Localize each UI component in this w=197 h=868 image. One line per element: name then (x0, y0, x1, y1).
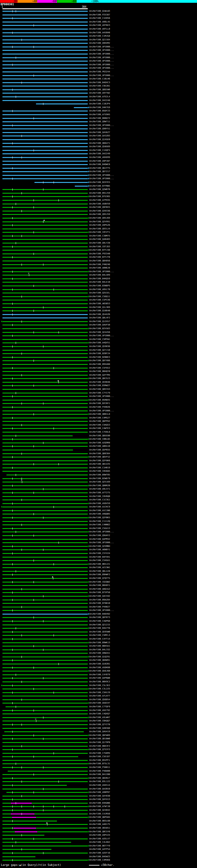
hit-line[interactable] (2, 549, 88, 550)
hit-line[interactable] (2, 96, 88, 97)
hit-label[interactable]: UniRef100_B2XYE5 (89, 181, 110, 184)
hit-label[interactable]: UniRef100_B4DV0Z (89, 613, 110, 616)
hit-line[interactable] (2, 168, 88, 169)
hit-label[interactable]: UniRef100_Q1Q291 (89, 655, 110, 658)
hit-label[interactable]: UniRef100_B75P58 (89, 591, 110, 594)
hit-label[interactable]: UniRef100_Q4U419 (89, 731, 110, 733)
hit-label[interactable]: UniRef100_UPI000... (89, 45, 114, 48)
hit-row[interactable]: ▲UniRef100_A4D175 (0, 823, 197, 826)
hit-line[interactable] (2, 699, 88, 700)
hit-line[interactable] (8, 771, 88, 772)
hit-line[interactable] (2, 510, 88, 511)
hit-label[interactable]: UniRef100_B8BQ72 (89, 117, 110, 120)
hit-row[interactable]: UniRef100_Q4U419 (0, 730, 197, 734)
hit-line[interactable] (2, 79, 88, 80)
hit-label[interactable]: UniRef100_Q40403 (89, 238, 110, 241)
hit-label[interactable]: UniRef100_Q2V991 (89, 220, 110, 223)
hit-row[interactable]: UniRef100_B4DV0Z (0, 613, 197, 616)
hit-line[interactable] (2, 346, 88, 347)
hit-row[interactable]: ▲UniRef100_Q2V991 (0, 220, 197, 223)
hit-row[interactable]: UniRef100_Q2W076 (0, 188, 197, 191)
hit-label[interactable]: UniRef100_Q24456 (89, 331, 110, 334)
hit-line[interactable] (2, 663, 88, 664)
hit-label[interactable]: UniRef100_P93340 (89, 252, 110, 255)
hit-row[interactable]: UniRef100_C1C3G1 (0, 498, 197, 502)
hit-line[interactable] (2, 667, 88, 668)
hit-row[interactable]: UniRef100_Q931J4 (0, 227, 197, 230)
hit-line[interactable] (6, 474, 88, 475)
hit-line[interactable] (2, 121, 88, 122)
hit-row[interactable]: UniRef100_B9SU88 (0, 363, 197, 366)
hit-row[interactable]: UniRef100_Q21215 (0, 623, 197, 627)
hit-line[interactable] (2, 464, 88, 465)
hit-row[interactable]: UniRef100_C4YT14 (0, 638, 197, 641)
hit-label[interactable]: UniRef100_A7PH35 (89, 199, 110, 202)
hit-line[interactable] (2, 681, 88, 682)
hit-label[interactable]: UniRef100_B5VPF1 (89, 759, 110, 762)
hit-row[interactable]: UniRef100_C8V6Q0 (0, 495, 197, 498)
hit-label[interactable]: UniRef100_Q4PM32 (89, 538, 110, 541)
hit-line[interactable] (2, 489, 88, 490)
hit-row[interactable]: UniRef100_B65J21 (0, 563, 197, 566)
hit-label[interactable]: UniRef100_A9VLT8 (89, 288, 110, 291)
hit-label[interactable]: UniRef100_C4M4K6 (89, 859, 110, 862)
hit-line[interactable] (2, 239, 88, 240)
hit-label[interactable]: UniRef100_C4YT14 (89, 638, 110, 641)
hit-line[interactable] (2, 738, 88, 739)
hit-label[interactable]: UniRef100_P49026 (89, 406, 110, 409)
hit-line[interactable] (2, 246, 88, 247)
hit-row[interactable]: ▽UniRef100_C6KQQ7 (0, 719, 197, 723)
hit-label[interactable]: UniRef100_A96L45 (89, 21, 110, 23)
hit-label[interactable]: UniRef100_C4Y6T9 (89, 673, 110, 676)
hit-line[interactable] (2, 610, 88, 611)
hit-label[interactable]: UniRef100_Q39336 (89, 210, 110, 213)
hit-row[interactable]: UniRef100_C1BLH6 (0, 77, 197, 81)
hit-line[interactable] (2, 763, 88, 764)
hit-label[interactable]: UniRef100_A7E2L4 (89, 95, 110, 98)
hit-line[interactable] (2, 228, 88, 229)
hit-row[interactable]: UniRef100_Q59036 (0, 345, 197, 348)
hit-row[interactable]: UniRef100_Q9FBV5 (0, 206, 197, 209)
hit-label[interactable]: UniRef100_B6K5U1 (89, 645, 110, 648)
hit-label[interactable]: UniRef100_Q595W0 (89, 630, 110, 633)
hit-label[interactable]: UniRef100_C7E0L6 (89, 431, 110, 434)
hit-label[interactable]: UniRef100_C5MTW1 (89, 338, 110, 341)
hit-label[interactable]: UniRef100_B9WK13 (89, 641, 110, 644)
hit-line[interactable] (2, 61, 88, 62)
hit-label[interactable]: UniRef100_Q59046 (89, 381, 110, 384)
hit-row[interactable]: UniRef100_UPI000... (0, 541, 197, 545)
hit-line[interactable] (2, 649, 88, 650)
hit-label[interactable]: UniRef100_C1MJG8 (89, 35, 110, 37)
hit-label[interactable]: UniRef100_Q9W711 (89, 120, 110, 123)
hit-label[interactable]: UniRef100_Q4Z0I8 (89, 787, 110, 790)
hit-row[interactable]: UniRef100_Q6FW89 (0, 734, 197, 737)
hit-label[interactable]: UniRef100_Q54XZ6 (89, 313, 110, 316)
hit-line[interactable] (2, 204, 88, 205)
hit-line[interactable] (2, 339, 88, 340)
hit-label[interactable]: UniRef100_B6HQY0 (89, 370, 110, 373)
hit-label[interactable]: UniRef100_C6TJD3 (89, 245, 110, 248)
hit-label[interactable]: UniRef100_C5E1D7 (89, 755, 110, 758)
hit-label[interactable]: UniRef100_C5KQ53 (89, 424, 110, 427)
hit-label[interactable]: UniRef100_C5MFL3 (89, 634, 110, 637)
hit-row[interactable]: UniRef100_B9WT05 (0, 473, 197, 477)
hit-line[interactable] (2, 542, 88, 543)
hit-label[interactable]: UniRef100_B9SU88 (89, 363, 110, 366)
hit-row[interactable]: UniRef100_C4Y6T9 (0, 673, 197, 677)
hit-line[interactable] (2, 357, 88, 358)
hit-label[interactable]: UniRef100_C5GU13 (89, 527, 110, 530)
hit-line[interactable] (2, 678, 88, 679)
hit-line[interactable] (2, 414, 88, 415)
hit-line[interactable] (2, 571, 88, 572)
hit-line[interactable] (34, 182, 88, 183)
hit-row[interactable]: UniRef100_A9XER9 (0, 156, 197, 159)
hit-label[interactable]: UniRef100_UPI000... (89, 409, 114, 412)
hit-row[interactable]: UniRef100_B3KQN6 (0, 802, 197, 805)
hit-line[interactable] (2, 582, 88, 583)
hit-row[interactable]: UniRef100_Q4N3Q8 (0, 727, 197, 730)
hit-line[interactable] (2, 25, 88, 26)
hit-label[interactable]: UniRef100_C1H019 (89, 466, 110, 469)
hit-line[interactable] (2, 410, 88, 411)
hit-label[interactable]: UniRef100_A9P2Z4 (89, 834, 110, 837)
hit-label[interactable]: UniRef100_Q18640 (89, 309, 110, 312)
